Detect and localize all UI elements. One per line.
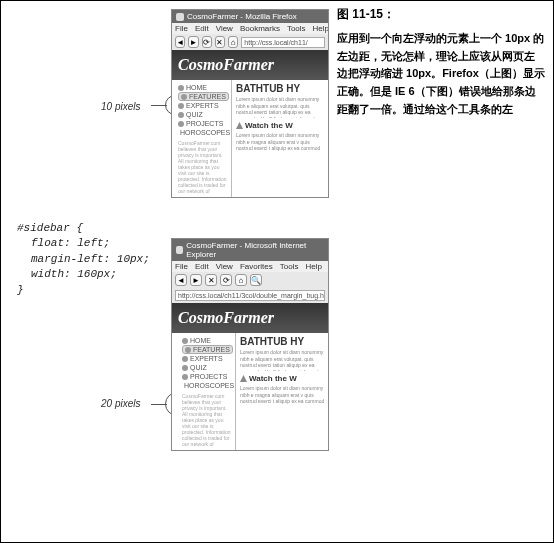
article-lorem-2: Lorem ipsum dolor sit diam nonummy nibh … — [240, 385, 326, 407]
firefox-title-text: CosmoFarmer - Mozilla Firefox — [187, 12, 297, 21]
menu-file[interactable]: File — [175, 24, 188, 33]
menu-edit[interactable]: Edit — [195, 24, 209, 33]
back-icon[interactable]: ◄ — [175, 274, 187, 286]
sidebar-label: HOROSCOPES — [180, 129, 230, 136]
stop-icon[interactable]: ✕ — [205, 274, 217, 286]
sidebar-item-quiz[interactable]: QUIZ — [182, 363, 233, 372]
sidebar-item-experts[interactable]: EXPERTS — [182, 354, 233, 363]
site-banner-ie: CosmoFarmer — [172, 303, 328, 333]
firefox-content: HOME FEATURES EXPERTS QUIZ PROJECTS HORO… — [172, 80, 328, 197]
sidebar-label: PROJECTS — [190, 373, 227, 380]
bullet-icon — [185, 347, 191, 353]
firefox-titlebar: CosmoFarmer - Mozilla Firefox — [172, 10, 328, 23]
figure-caption: 应用到一个向左浮动的元素上一个 10px 的左边距，无论怎样，理论上应该从网页左… — [337, 30, 545, 118]
bullet-icon — [178, 85, 184, 91]
ie-main-content: BATHTUB HY Lorem ipsum dolor sit diam no… — [236, 333, 328, 450]
sidebar-item-horoscopes[interactable]: HOROSCOPES — [178, 128, 229, 137]
code-line2: margin-left: 10px; — [17, 252, 150, 267]
code-line1: float: left; — [17, 236, 150, 251]
firefox-main-content: BATHTUB HY Lorem ipsum dolor sit diam no… — [232, 80, 328, 197]
sidebar-item-horoscopes[interactable]: HOROSCOPES — [182, 381, 233, 390]
firefox-address[interactable]: http://css.local/ch11/ — [241, 37, 325, 48]
reload-icon[interactable]: ⟳ — [220, 274, 232, 286]
sidebar-label: HOME — [190, 337, 211, 344]
sidebar-item-features[interactable]: FEATURES — [182, 345, 233, 354]
menu-file[interactable]: File — [175, 262, 188, 271]
code-selector: #sidebar { — [17, 221, 150, 236]
code-close: } — [17, 283, 150, 298]
forward-icon[interactable]: ► — [188, 36, 198, 48]
bullet-icon — [178, 103, 184, 109]
sidebar-label: HOME — [186, 84, 207, 91]
ie-app-icon — [176, 246, 183, 254]
firefox-menubar: File Edit View Bookmarks Tools Help — [172, 23, 328, 34]
bullet-icon — [181, 94, 187, 100]
sidebar-item-quiz[interactable]: QUIZ — [178, 110, 229, 119]
search-icon[interactable]: 🔍 — [250, 274, 262, 286]
article-lorem-2: Lorem ipsum dolor sit diam nonummy nibh … — [236, 132, 326, 154]
back-icon[interactable]: ◄ — [175, 36, 185, 48]
figure-title: 图 11-15： — [337, 5, 545, 24]
bullet-icon — [178, 121, 184, 127]
forward-icon[interactable]: ► — [190, 274, 202, 286]
ie-address[interactable]: http://css.local/ch11/3col/double_margin… — [175, 290, 325, 301]
callout-firefox-gap: 10 pixels — [101, 101, 140, 112]
code-line3: width: 160px; — [17, 267, 150, 282]
bullet-icon — [182, 365, 188, 371]
ie-toolbar: ◄ ► ✕ ⟳ ⌂ 🔍 — [172, 272, 328, 288]
bullet-icon — [178, 112, 184, 118]
sidebar-label: PROJECTS — [186, 120, 223, 127]
bullet-icon — [182, 338, 188, 344]
bullet-icon — [182, 374, 188, 380]
menu-edit[interactable]: Edit — [195, 262, 209, 271]
sidebar-item-projects[interactable]: PROJECTS — [182, 372, 233, 381]
article-subheading: Watch the W — [240, 374, 326, 383]
sidebar-label: QUIZ — [190, 364, 207, 371]
screenshot-column: CosmoFarmer - Mozilla Firefox File Edit … — [171, 1, 331, 542]
ie-sidebar: HOME FEATURES EXPERTS QUIZ PROJECTS HORO… — [180, 333, 235, 450]
menu-help[interactable]: Help — [313, 24, 329, 33]
menu-view[interactable]: View — [216, 262, 233, 271]
menu-tools[interactable]: Tools — [280, 262, 299, 271]
ie-content: HOME FEATURES EXPERTS QUIZ PROJECTS HORO… — [172, 333, 328, 450]
sidebar-item-home[interactable]: HOME — [182, 336, 233, 345]
caption-column: 图 11-15： 应用到一个向左浮动的元素上一个 10px 的左边距，无论怎样，… — [331, 1, 551, 122]
sidebar-item-projects[interactable]: PROJECTS — [178, 119, 229, 128]
reload-icon[interactable]: ⟳ — [202, 36, 212, 48]
sidebar-subtext: CosmoFarmer.com believes that your priva… — [178, 140, 229, 194]
firefox-window: CosmoFarmer - Mozilla Firefox File Edit … — [171, 9, 329, 198]
sidebar-item-experts[interactable]: EXPERTS — [178, 101, 229, 110]
sidebar-item-features[interactable]: FEATURES — [178, 92, 229, 101]
css-code-block: #sidebar { float: left; margin-left: 10p… — [17, 221, 150, 298]
firefox-sidebar: HOME FEATURES EXPERTS QUIZ PROJECTS HORO… — [176, 80, 231, 197]
callout-ie-gap: 20 pixels — [101, 398, 140, 409]
bullet-icon — [182, 356, 188, 362]
sidebar-label: FEATURES — [193, 346, 230, 353]
left-annotation-column: 10 pixels #sidebar { float: left; margin… — [1, 1, 171, 542]
sidebar-subtext: CosmoFarmer.com believes that your priva… — [182, 393, 233, 447]
menu-view[interactable]: View — [216, 24, 233, 33]
sidebar-item-home[interactable]: HOME — [178, 83, 229, 92]
stop-icon[interactable]: ✕ — [215, 36, 225, 48]
ie-address-bar: http://css.local/ch11/3col/double_margin… — [172, 288, 328, 303]
firefox-app-icon — [176, 13, 184, 21]
ie-menubar: File Edit View Favorites Tools Help — [172, 261, 328, 272]
warning-icon — [236, 122, 243, 129]
firefox-toolbar: ◄ ► ⟳ ✕ ⌂ http://css.local/ch11/ — [172, 34, 328, 50]
sidebar-label: HOROSCOPES — [184, 382, 234, 389]
menu-help[interactable]: Help — [305, 262, 321, 271]
home-icon[interactable]: ⌂ — [228, 36, 238, 48]
warning-icon — [240, 375, 247, 382]
subheading-text: Watch the W — [249, 374, 297, 383]
menu-favorites[interactable]: Favorites — [240, 262, 273, 271]
article-lorem-1: Lorem ipsum dolor sit diam nonummy nibh … — [240, 349, 326, 371]
sidebar-label: EXPERTS — [186, 102, 219, 109]
article-heading: BATHTUB HY — [236, 83, 326, 94]
menu-tools[interactable]: Tools — [287, 24, 306, 33]
home-icon[interactable]: ⌂ — [235, 274, 247, 286]
menu-bookmarks[interactable]: Bookmarks — [240, 24, 280, 33]
ie-window: CosmoFarmer - Microsoft Internet Explore… — [171, 238, 329, 451]
sidebar-label: FEATURES — [189, 93, 226, 100]
ie-titlebar: CosmoFarmer - Microsoft Internet Explore… — [172, 239, 328, 261]
sidebar-label: QUIZ — [186, 111, 203, 118]
